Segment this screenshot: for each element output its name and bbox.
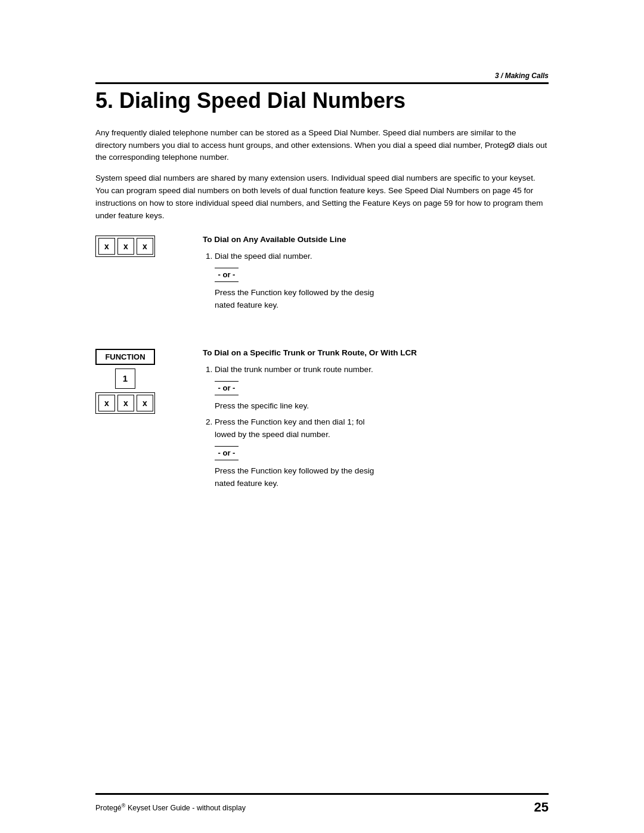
section1-step1-alt: Press the Function key followed by the d… <box>215 288 374 309</box>
chapter-ref: 3 / Making Calls <box>95 72 549 80</box>
key-cell2-x1: x <box>98 395 115 411</box>
section1-steps: Dial the speed dial number. - or - Press… <box>203 250 549 312</box>
key-cell-x1: x <box>98 238 115 255</box>
main-content: Any frequently dialed telephone number c… <box>0 127 644 793</box>
registered-mark: ® <box>122 803 126 809</box>
key-diagram-1: x x x <box>95 236 155 257</box>
section2-left-col: FUNCTION 1 x x x <box>95 348 191 496</box>
section2-step2-text: Press the Function key and then dial 1; … <box>215 417 364 439</box>
section2-layout: FUNCTION 1 x x x To Dial on a Specific T… <box>95 348 549 496</box>
footer-left-text: Protegé® Keyset User Guide - without dis… <box>95 803 246 812</box>
function-box: FUNCTION <box>95 349 155 365</box>
section2-or2: - or - <box>215 446 239 460</box>
footer-row: Protegé® Keyset User Guide - without dis… <box>95 800 549 833</box>
num-box: 1 <box>115 368 135 389</box>
section1-heading: To Dial on Any Available Outside Line <box>203 234 549 246</box>
section2-steps: Dial the trunk number or trunk route num… <box>203 364 549 490</box>
section1-left-col: x x x <box>95 234 191 318</box>
key-cell-x2: x <box>117 238 134 255</box>
section2-step1-text: Dial the trunk number or trunk route num… <box>215 365 373 374</box>
section2-step2: Press the Function key and then dial 1; … <box>215 416 549 490</box>
section2-or1-wrapper: - or - <box>215 379 549 398</box>
page-title: 5. Dialing Speed Dial Numbers <box>95 89 549 113</box>
intro-paragraph-2: System speed dial numbers are shared by … <box>95 172 549 222</box>
top-rule-area: 3 / Making Calls 5. Dialing Speed Dial N… <box>0 0 644 127</box>
section1-or1: - or - <box>215 268 239 282</box>
bottom-area: Protegé® Keyset User Guide - without dis… <box>0 793 644 833</box>
section1-layout: x x x To Dial on Any Available Outside L… <box>95 234 549 318</box>
section1-step1-text: Dial the speed dial number. <box>215 252 312 261</box>
key-diagram-2: x x x <box>95 392 155 414</box>
section1-step1: Dial the speed dial number. - or - Press… <box>215 250 549 312</box>
key-cell2-x2: x <box>117 395 134 411</box>
key-row-1: x x x <box>96 236 156 257</box>
section2-step2-alt: Press the Function key followed by the d… <box>215 466 374 488</box>
section1-or1-wrapper: - or - <box>215 265 549 284</box>
section2-right-col: To Dial on a Specific Trunk or Trunk Rou… <box>203 348 549 496</box>
key-cell2-x3: x <box>137 395 153 411</box>
bottom-rule <box>95 793 549 795</box>
section2-step1: Dial the trunk number or trunk route num… <box>215 364 549 413</box>
key-row-2: x x x <box>96 392 156 414</box>
footer-page-number: 25 <box>534 800 549 815</box>
page-container: 3 / Making Calls 5. Dialing Speed Dial N… <box>0 0 644 833</box>
top-rule <box>95 82 549 84</box>
section2-step1-alt: Press the specific line key. <box>215 401 309 410</box>
intro-paragraph-1: Any frequently dialed telephone number c… <box>95 127 549 165</box>
spacer1 <box>95 318 549 336</box>
section2-or2-wrapper: - or - <box>215 444 549 463</box>
key-cell-x3: x <box>137 238 153 255</box>
section2-heading: To Dial on a Specific Trunk or Trunk Rou… <box>203 348 549 359</box>
section2-or1: - or - <box>215 381 239 395</box>
section1-right-col: To Dial on Any Available Outside Line Di… <box>203 234 549 318</box>
